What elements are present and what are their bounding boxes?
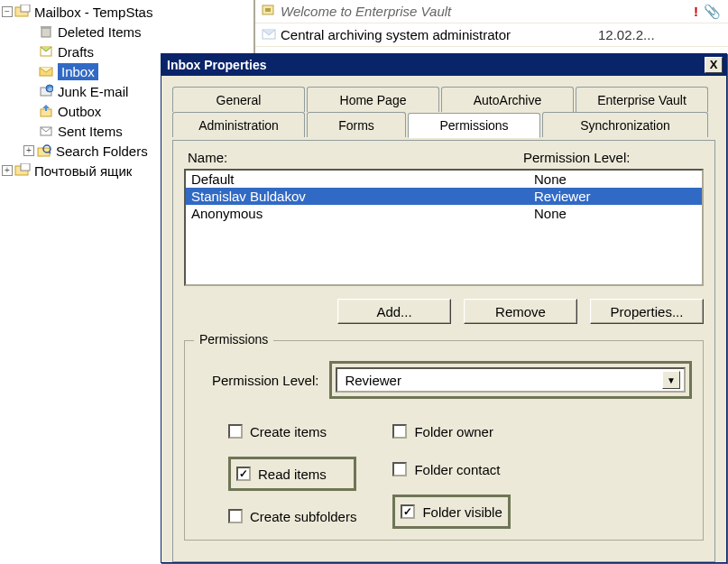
- importance-icon: !: [694, 4, 698, 20]
- mailbox-label: Mailbox - TempStas: [34, 5, 152, 20]
- tab-permissions[interactable]: Permissions: [408, 113, 540, 138]
- tab-forms[interactable]: Forms: [307, 112, 406, 137]
- message-flags: ! 📎: [681, 4, 728, 20]
- mailbox-icon: [14, 5, 31, 19]
- close-button[interactable]: X: [705, 57, 723, 73]
- tab-sync[interactable]: Synchronization: [542, 112, 708, 137]
- dialog-tabs: General Home Page AutoArchive Enterprise…: [172, 87, 715, 141]
- vault-icon: [261, 3, 281, 20]
- group-legend: Permissions: [194, 332, 273, 347]
- checkbox-icon[interactable]: [228, 509, 243, 523]
- outbox-icon: [38, 104, 54, 118]
- checkbox-icon[interactable]: ✓: [401, 504, 415, 519]
- svg-rect-17: [265, 8, 271, 12]
- tree-label: Junk E-mail: [58, 84, 128, 99]
- dialog-title: Inbox Properties: [167, 58, 266, 72]
- search-folder-icon: [36, 143, 52, 158]
- svg-rect-3: [41, 26, 51, 28]
- expand-icon[interactable]: +: [2, 165, 13, 176]
- chevron-down-icon[interactable]: ▼: [662, 371, 680, 389]
- check-read-items[interactable]: ✓ Read items: [236, 461, 327, 486]
- message-date: 12.02.2...: [598, 27, 681, 42]
- add-button[interactable]: Add...: [337, 299, 451, 324]
- remove-button[interactable]: Remove: [464, 299, 577, 324]
- check-create-items[interactable]: Create items: [228, 419, 356, 444]
- mailbox-icon: [14, 163, 31, 178]
- combo-value: Reviewer: [345, 373, 401, 388]
- trash-icon: [38, 24, 54, 39]
- inbox-properties-dialog: Inbox Properties X General Home Page Aut…: [161, 53, 727, 563]
- expand-icon[interactable]: +: [23, 145, 34, 156]
- dialog-titlebar[interactable]: Inbox Properties X: [161, 54, 726, 76]
- sent-icon: [38, 124, 54, 138]
- tree-item-deleted[interactable]: Deleted Items: [0, 22, 253, 42]
- checkbox-icon[interactable]: [392, 424, 407, 439]
- drafts-icon: [38, 44, 54, 59]
- message-row[interactable]: Central archiving system administrator 1…: [255, 23, 728, 47]
- junk-icon: ⊘: [38, 84, 54, 98]
- svg-rect-1: [21, 5, 30, 12]
- perm-row[interactable]: Default None: [186, 171, 702, 188]
- checkbox-icon[interactable]: [228, 424, 243, 439]
- name-header: Name:: [184, 150, 523, 165]
- message-row[interactable]: Welcome to Enterprise Vault ! 📎: [255, 0, 728, 23]
- checks-left: Create items ✓ Read items Create subfold…: [228, 419, 356, 529]
- check-create-subfolders[interactable]: Create subfolders: [228, 504, 356, 529]
- tree-label: Inbox: [58, 63, 98, 80]
- properties-button[interactable]: Properties...: [590, 299, 704, 324]
- checkbox-icon[interactable]: ✓: [236, 467, 251, 481]
- tree-label: Search Folders: [56, 143, 148, 159]
- svg-rect-15: [21, 163, 30, 171]
- tab-vault[interactable]: Enterprise Vault: [576, 87, 708, 112]
- inbox-icon: [38, 64, 54, 79]
- tree-label: Drafts: [58, 44, 94, 60]
- tab-administration[interactable]: Administration: [172, 112, 305, 137]
- svg-rect-2: [41, 28, 51, 37]
- message-list: Welcome to Enterprise Vault ! 📎 Central …: [254, 0, 728, 54]
- check-folder-owner[interactable]: Folder owner: [392, 419, 510, 444]
- check-folder-visible[interactable]: ✓ Folder visible: [401, 499, 502, 524]
- tree-label: Outbox: [58, 104, 101, 119]
- tab-autoarchive[interactable]: AutoArchive: [441, 87, 574, 112]
- checks-right: Folder owner Folder contact ✓ Folder vis…: [392, 419, 510, 529]
- mailbox-label: Почтовый ящик: [34, 163, 132, 179]
- message-subject: Central archiving system administrator: [281, 27, 598, 42]
- tab-homepage[interactable]: Home Page: [307, 87, 439, 112]
- tree-label: Deleted Items: [58, 24, 142, 40]
- tree-mailbox[interactable]: − Mailbox - TempStas: [0, 2, 253, 22]
- permissions-panel: Name: Permission Level: Default None Sta…: [172, 140, 715, 562]
- permission-list[interactable]: Default None Stanislav Buldakov Reviewer…: [184, 169, 704, 286]
- permissions-group: Permissions Permission Level: Reviewer ▼: [184, 340, 704, 541]
- check-folder-contact[interactable]: Folder contact: [392, 457, 510, 482]
- checkbox-icon[interactable]: [392, 462, 407, 476]
- perm-level-combo[interactable]: Reviewer ▼: [336, 367, 686, 393]
- tab-general[interactable]: General: [172, 87, 305, 112]
- perm-row[interactable]: Anonymous None: [186, 205, 702, 222]
- mail-read-icon: [261, 26, 281, 43]
- perm-row[interactable]: Stanislav Buldakov Reviewer: [186, 188, 702, 205]
- perm-level-label: Permission Level:: [212, 373, 318, 388]
- collapse-icon[interactable]: −: [2, 6, 13, 17]
- permlevel-header: Permission Level:: [523, 150, 704, 165]
- attachment-icon: 📎: [704, 4, 721, 20]
- message-subject: Welcome to Enterprise Vault: [281, 4, 598, 19]
- svg-text:⊘: ⊘: [48, 87, 52, 92]
- tree-label: Sent Items: [58, 124, 123, 139]
